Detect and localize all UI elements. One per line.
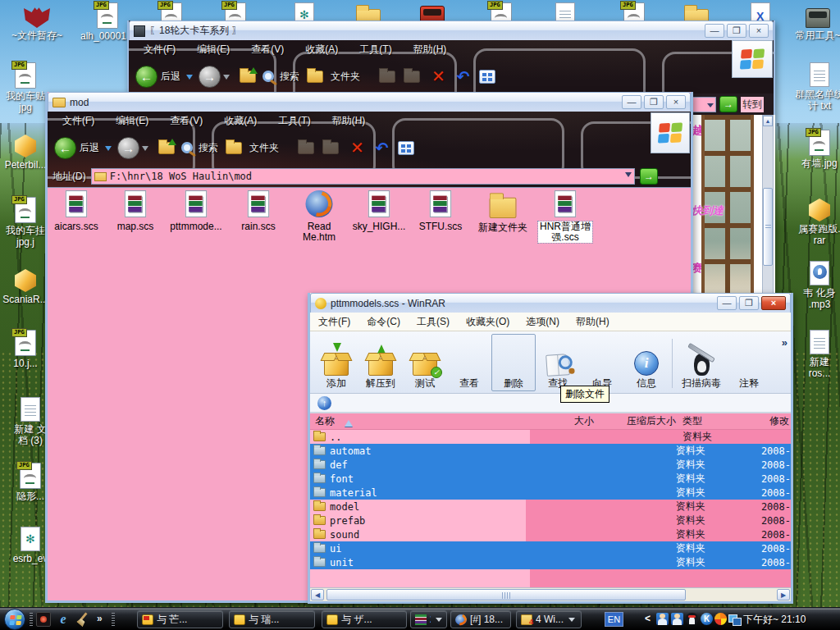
close-button[interactable]: × bbox=[666, 95, 686, 109]
qq-contact-icon[interactable] bbox=[671, 613, 683, 625]
archive-row[interactable]: model资料夹2008- bbox=[310, 500, 791, 514]
task-button[interactable]: 4 Wi... bbox=[516, 610, 582, 628]
file-item[interactable]: STFU.scs bbox=[412, 193, 469, 232]
view-button[interactable]: 查看 bbox=[447, 334, 491, 391]
task-button[interactable]: 与 瑞... bbox=[229, 610, 315, 628]
page-scrollbar[interactable]: ▲ bbox=[762, 115, 774, 295]
menu-item[interactable]: 编辑(E) bbox=[197, 43, 230, 57]
desktop-icon[interactable]: 新建 ros... bbox=[788, 330, 840, 379]
group-dropdown-icon[interactable] bbox=[568, 618, 575, 625]
find-button[interactable]: 查找 bbox=[536, 334, 580, 391]
winrar-titlebar[interactable]: pttmmodels.scs - WinRAR — ❐ × bbox=[310, 293, 791, 313]
menu-item[interactable]: 收藏(A) bbox=[224, 114, 257, 128]
menu-item[interactable]: 收藏夹(O) bbox=[466, 315, 509, 329]
forward-dropdown-icon[interactable] bbox=[223, 75, 230, 83]
scrollbar-thumb[interactable] bbox=[326, 589, 686, 600]
archive-row[interactable]: def资料夹2008- bbox=[310, 458, 791, 472]
archive-row[interactable]: font资料夹2008- bbox=[310, 472, 791, 486]
archive-file-list[interactable]: ..资料夹automat资料夹2008-def资料夹2008-font资料夹20… bbox=[310, 430, 791, 587]
minimize-button[interactable]: — bbox=[717, 296, 737, 310]
virus-button[interactable]: 扫描病毒 bbox=[676, 334, 727, 391]
menu-item[interactable]: 文件(F) bbox=[318, 315, 350, 329]
mod-window-titlebar[interactable]: mod — ❐ × bbox=[48, 92, 691, 112]
app-red-icon[interactable] bbox=[36, 612, 51, 627]
list-header[interactable]: 名称 大小 压缩后大小 类型 修改 bbox=[310, 413, 791, 430]
rising-antivirus-icon[interactable] bbox=[714, 613, 727, 625]
desktop-icon[interactable]: 常用工具~ bbox=[786, 3, 840, 41]
archive-row[interactable]: ui资料夹2008- bbox=[310, 541, 791, 555]
menu-item[interactable]: 命令(C) bbox=[367, 315, 400, 329]
add-button[interactable]: 添加 bbox=[314, 334, 358, 391]
toolbar-overflow-icon[interactable]: » bbox=[782, 336, 788, 349]
info-button[interactable]: 信息 bbox=[624, 334, 669, 391]
back-icon[interactable]: ← bbox=[135, 66, 158, 88]
forward-dropdown-icon[interactable] bbox=[142, 146, 148, 154]
file-item[interactable]: sky_HIGH... bbox=[350, 193, 408, 232]
file-item[interactable]: Read Me.htm bbox=[290, 193, 348, 243]
task-button[interactable]: 2 Wi... bbox=[410, 610, 447, 628]
horizontal-scrollbar[interactable]: ◀ ▶ bbox=[310, 587, 791, 601]
extract-button[interactable]: 解压到 bbox=[358, 334, 403, 391]
task-button[interactable]: 与 芒... bbox=[137, 610, 223, 628]
internet-explorer-icon[interactable] bbox=[56, 612, 71, 627]
back-dropdown-icon[interactable] bbox=[186, 75, 193, 83]
maximize-button[interactable]: ❐ bbox=[727, 24, 746, 38]
views-icon[interactable] bbox=[398, 141, 414, 155]
maximize-button[interactable]: ❐ bbox=[739, 296, 759, 310]
undo-icon[interactable]: ↶ bbox=[376, 139, 389, 158]
column-modified[interactable]: 修改 bbox=[768, 414, 791, 428]
up-folder-icon[interactable] bbox=[240, 71, 256, 83]
tray-collapse-icon[interactable]: < bbox=[645, 613, 651, 624]
menu-item[interactable]: 选项(N) bbox=[526, 315, 559, 329]
scroll-up-icon[interactable]: ▲ bbox=[763, 116, 773, 126]
up-folder-icon[interactable] bbox=[158, 142, 175, 154]
menu-item[interactable]: 帮助(H) bbox=[413, 43, 447, 57]
menu-item[interactable]: 收藏(A) bbox=[305, 43, 338, 57]
test-button[interactable]: 测试 bbox=[403, 334, 447, 391]
file-item[interactable]: aicars.scs bbox=[48, 193, 105, 232]
forward-icon[interactable]: → bbox=[199, 66, 221, 88]
close-button[interactable]: × bbox=[749, 24, 769, 38]
file-item[interactable]: HNR普通增 强.scs bbox=[536, 193, 594, 244]
menu-item[interactable]: 查看(V) bbox=[170, 114, 203, 128]
wizard-button[interactable]: 向导 bbox=[580, 334, 624, 391]
back-icon[interactable]: ← bbox=[54, 137, 76, 159]
scroll-right-icon[interactable]: ▶ bbox=[777, 589, 790, 600]
folders-icon[interactable] bbox=[307, 71, 323, 83]
task-button[interactable]: 与 ザ... bbox=[322, 610, 407, 628]
desktop-icon[interactable]: ~文件暂存~ bbox=[5, 2, 69, 41]
qq-penguin-icon[interactable] bbox=[686, 613, 698, 625]
menu-item[interactable]: 查看(V) bbox=[251, 43, 284, 57]
desktop-icon[interactable]: 群黑名单统 计 txt bbox=[788, 62, 840, 112]
column-name[interactable]: 名称 bbox=[315, 414, 335, 428]
truck-window-titlebar[interactable]: 〖18轮大卡车系列 〗 — ❐ × bbox=[129, 21, 774, 40]
file-item[interactable]: map.scs bbox=[107, 193, 164, 232]
archive-row[interactable]: ..资料夹 bbox=[310, 430, 791, 444]
group-dropdown-icon[interactable] bbox=[436, 618, 442, 625]
minimize-button[interactable]: — bbox=[705, 24, 724, 38]
comment-button[interactable]: 注释 bbox=[727, 334, 771, 391]
network-icon[interactable] bbox=[728, 613, 741, 625]
column-type[interactable]: 类型 bbox=[676, 414, 768, 428]
go-button[interactable]: → bbox=[640, 168, 658, 185]
address-dropdown-icon[interactable] bbox=[625, 172, 632, 180]
task-button[interactable]: [#] 18... bbox=[450, 610, 511, 628]
column-size[interactable]: 大小 bbox=[530, 414, 594, 428]
start-button[interactable] bbox=[4, 609, 25, 630]
undo-icon[interactable]: ↶ bbox=[457, 67, 470, 86]
search-icon[interactable] bbox=[262, 71, 274, 82]
forward-icon[interactable]: → bbox=[117, 137, 139, 159]
delete-button[interactable]: 删除 bbox=[491, 334, 536, 391]
scroll-left-icon[interactable]: ◀ bbox=[311, 589, 324, 600]
file-item[interactable]: rain.scs bbox=[230, 193, 287, 232]
minimize-button[interactable]: — bbox=[622, 95, 641, 109]
desktop-icon[interactable]: 韦 化身 .mp3 bbox=[788, 261, 840, 310]
quick-launch-overflow-icon[interactable]: » bbox=[97, 613, 103, 624]
maximize-button[interactable]: ❐ bbox=[644, 95, 664, 109]
sweeper-icon[interactable] bbox=[75, 612, 90, 627]
winrar-window[interactable]: pttmmodels.scs - WinRAR — ❐ × 文件(F)命令(C)… bbox=[308, 293, 793, 604]
address-combo[interactable] bbox=[692, 97, 716, 112]
clock[interactable]: 下午好~ 21:10 bbox=[743, 613, 806, 627]
kugou-icon[interactable] bbox=[701, 613, 713, 625]
menu-item[interactable]: 工具(T) bbox=[278, 114, 310, 128]
